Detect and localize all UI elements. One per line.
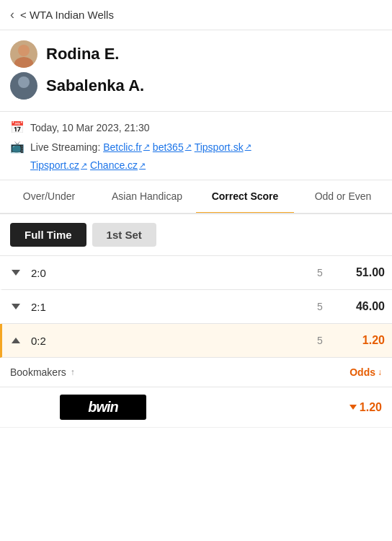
odds-sort-label[interactable]: Odds ↓ bbox=[349, 366, 382, 378]
arrow-cell-1 bbox=[2, 260, 25, 286]
external-icon: ↗ bbox=[139, 161, 146, 170]
tab-asian-handicap[interactable]: Asian Handicap bbox=[98, 180, 196, 214]
svg-point-3 bbox=[14, 89, 33, 100]
player-name-1: Rodina E. bbox=[46, 45, 119, 63]
arrow-down-icon bbox=[12, 270, 20, 276]
sub-tab-1st-set[interactable]: 1st Set bbox=[92, 223, 156, 247]
streaming-label: Live Streaming: bbox=[30, 141, 100, 153]
score-list: 2:0 5 51.00 2:1 5 46.00 0:2 5 1.20 bbox=[0, 256, 392, 358]
back-title: < WTA Indian Wells bbox=[20, 9, 114, 21]
sort-up-icon: ↑ bbox=[71, 367, 75, 377]
score-row-3[interactable]: 0:2 5 1.20 bbox=[0, 324, 392, 358]
count-cell-3: 5 bbox=[306, 325, 334, 356]
back-bar[interactable]: ‹ < WTA Indian Wells bbox=[0, 0, 392, 30]
player-row-2: Sabalenka A. bbox=[10, 72, 382, 100]
arrow-up-icon bbox=[12, 338, 20, 343]
tabs-bar: Over/Under Asian Handicap Correct Score … bbox=[0, 180, 392, 214]
tv-icon: 📺 bbox=[10, 140, 24, 154]
bookmaker-odds: 1.20 bbox=[349, 401, 382, 414]
arrow-cell-2 bbox=[2, 294, 25, 320]
odds-arrow-down-icon bbox=[349, 405, 357, 410]
external-icon: ↗ bbox=[81, 161, 87, 170]
match-info: 📅 Today, 10 Mar 2023, 21:30 📺 Live Strea… bbox=[0, 112, 392, 180]
stream-link-betclic[interactable]: Betclic.fr↗ bbox=[103, 141, 150, 153]
tab-correct-score[interactable]: Correct Score bbox=[196, 180, 294, 214]
sub-tab-full-time[interactable]: Full Time bbox=[10, 223, 86, 247]
match-date: Today, 10 Mar 2023, 21:30 bbox=[30, 122, 150, 133]
stream-link-tipsport-cz[interactable]: Tipsport.cz↗ bbox=[30, 159, 87, 171]
stream-link-chance[interactable]: Chance.cz↗ bbox=[90, 159, 146, 171]
bookmakers-label: Bookmakers ↑ bbox=[10, 366, 349, 378]
back-chevron-icon: ‹ bbox=[10, 7, 14, 22]
bookmaker-logo-container: bwin bbox=[10, 395, 196, 420]
score-value-3: 0:2 bbox=[25, 325, 306, 357]
streaming-row-2: Tipsport.cz↗ Chance.cz↗ bbox=[10, 159, 382, 171]
streaming-row: 📺 Live Streaming: Betclic.fr↗ bet365↗ Ti… bbox=[10, 140, 382, 154]
odds-cell-2: 46.00 bbox=[334, 290, 392, 323]
tab-odd-or-even[interactable]: Odd or Even bbox=[294, 180, 392, 214]
sort-down-icon: ↓ bbox=[378, 367, 382, 377]
external-icon: ↗ bbox=[245, 142, 251, 151]
score-row-2[interactable]: 2:1 5 46.00 bbox=[0, 290, 392, 324]
player-name-2: Sabalenka A. bbox=[46, 76, 144, 95]
date-row: 📅 Today, 10 Mar 2023, 21:30 bbox=[10, 120, 382, 134]
external-icon: ↗ bbox=[143, 142, 150, 151]
bookmaker-odds-container: 1.20 bbox=[196, 401, 382, 414]
odds-cell-3: 1.20 bbox=[334, 324, 392, 357]
arrow-down-icon bbox=[12, 304, 20, 309]
count-cell-1: 5 bbox=[306, 257, 334, 289]
svg-point-2 bbox=[18, 76, 30, 88]
sub-tabs: Full Time 1st Set bbox=[0, 214, 392, 256]
svg-point-1 bbox=[14, 57, 33, 68]
bwin-logo: bwin bbox=[60, 395, 146, 420]
calendar-icon: 📅 bbox=[10, 120, 24, 134]
players-section: Rodina E. Sabalenka A. bbox=[0, 30, 392, 112]
odds-cell-1: 51.00 bbox=[334, 256, 392, 289]
avatar-rodina bbox=[10, 40, 37, 68]
arrow-cell-3 bbox=[2, 327, 25, 353]
bookmaker-row[interactable]: bwin 1.20 bbox=[0, 387, 392, 428]
tab-over-under[interactable]: Over/Under bbox=[0, 180, 98, 214]
streaming-links: Betclic.fr↗ bet365↗ Tipsport.sk↗ bbox=[103, 141, 251, 153]
stream-link-tipsport-sk[interactable]: Tipsport.sk↗ bbox=[195, 141, 251, 153]
svg-point-0 bbox=[18, 45, 30, 56]
stream-link-bet365[interactable]: bet365↗ bbox=[153, 141, 192, 153]
avatar-sabalenka bbox=[10, 72, 37, 100]
count-cell-2: 5 bbox=[306, 291, 334, 322]
footer-row: Bookmakers ↑ Odds ↓ bbox=[0, 358, 392, 387]
player-row-1: Rodina E. bbox=[10, 40, 382, 68]
score-value-1: 2:0 bbox=[25, 257, 306, 289]
score-row-1[interactable]: 2:0 5 51.00 bbox=[0, 256, 392, 290]
external-icon: ↗ bbox=[185, 142, 192, 151]
streaming-links-2: Tipsport.cz↗ Chance.cz↗ bbox=[30, 159, 146, 171]
score-value-2: 2:1 bbox=[25, 291, 306, 323]
